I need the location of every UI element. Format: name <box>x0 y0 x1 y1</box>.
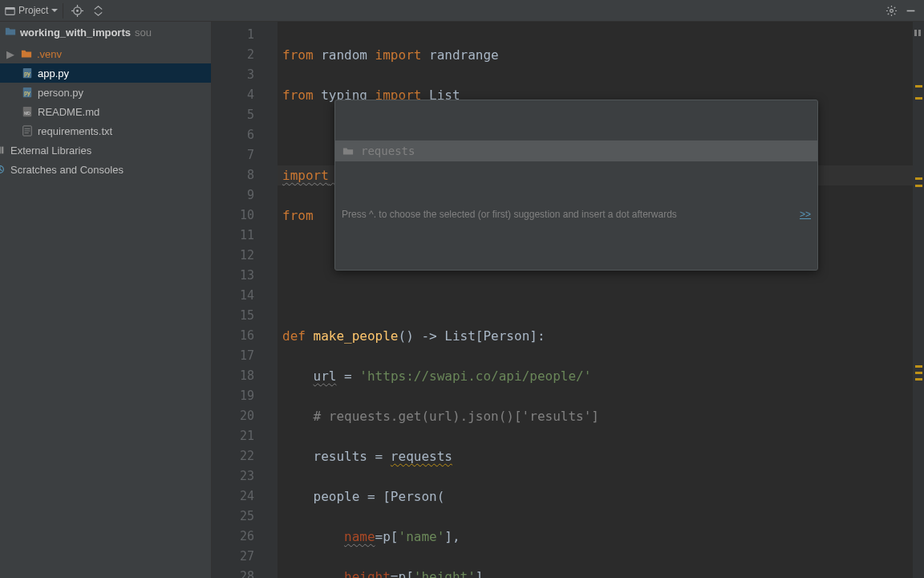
minimize-icon <box>906 6 916 16</box>
warning-marker[interactable] <box>915 378 922 381</box>
project-name: working_with_imports <box>20 26 131 39</box>
python-file-icon: py <box>21 86 34 99</box>
expand-icon <box>92 5 104 17</box>
project-root-row[interactable]: working_with_imports sou <box>0 22 211 43</box>
line-number: 2 <box>212 45 277 65</box>
line-number: 21 <box>212 426 277 446</box>
warning-marker[interactable] <box>915 85 922 88</box>
warning-marker[interactable] <box>915 185 922 187</box>
warning-marker[interactable] <box>915 372 922 374</box>
chevron-down-icon <box>51 9 58 13</box>
project-tool-window-label[interactable]: Project <box>5 5 58 16</box>
line-number: 22 <box>212 446 277 466</box>
tree-node-external-libraries[interactable]: External Libraries <box>0 140 211 160</box>
line-number: 19 <box>212 386 277 406</box>
line-number: 27 <box>212 547 277 567</box>
target-icon <box>71 5 83 17</box>
python-file-icon: py <box>21 67 34 79</box>
line-number: 5 <box>212 105 277 125</box>
line-number: 1 <box>212 25 277 45</box>
tree-node-app[interactable]: py app.py <box>0 63 211 83</box>
line-number: 23 <box>212 466 277 486</box>
tree-node-scratches[interactable]: Scratches and Consoles <box>0 160 211 179</box>
svg-rect-25 <box>918 30 921 36</box>
line-number: 15 <box>212 306 277 326</box>
markdown-file-icon: MD <box>21 105 34 118</box>
line-number: 4 <box>212 85 277 105</box>
line-number: 13 <box>212 266 277 286</box>
svg-rect-21 <box>0 147 1 154</box>
caret-right-icon: ▶ <box>5 48 16 60</box>
code-editor[interactable]: from random import randrange from typing… <box>278 22 913 578</box>
project-path-fragment: sou <box>135 26 152 39</box>
line-number: 6 <box>212 125 277 145</box>
folder-icon <box>5 26 16 39</box>
project-icon <box>5 6 15 16</box>
line-number: 9 <box>212 185 277 206</box>
line-number: 25 <box>212 507 277 527</box>
line-number: 8 <box>212 165 277 185</box>
svg-rect-22 <box>2 147 4 154</box>
text-file-icon <box>21 124 34 137</box>
settings-button[interactable] <box>882 2 900 19</box>
svg-text:py: py <box>24 71 30 77</box>
editor: 1 2 3 4 5 6 7 8 9 10 11 12 13 14 15 16 1 <box>212 22 924 578</box>
svg-rect-1 <box>6 7 14 9</box>
warning-marker[interactable] <box>915 365 922 368</box>
line-number: 26 <box>212 527 277 547</box>
svg-rect-24 <box>914 30 917 36</box>
tree-node-requirements[interactable]: requirements.txt <box>0 121 211 140</box>
tree-node-readme[interactable]: MD README.md <box>0 102 211 121</box>
analysis-paused-icon <box>914 25 923 35</box>
tree-node-person[interactable]: py person.py <box>0 83 211 102</box>
gutter[interactable]: 1 2 3 4 5 6 7 8 9 10 11 12 13 14 15 16 1 <box>212 22 278 578</box>
svg-rect-9 <box>906 10 914 11</box>
libraries-icon <box>0 144 6 157</box>
project-sidebar: working_with_imports sou ▶ .venv py app.… <box>0 22 212 578</box>
completion-more-link[interactable]: >> <box>800 205 811 225</box>
hide-button[interactable] <box>902 2 919 19</box>
line-number: 11 <box>212 226 277 246</box>
svg-text:MD: MD <box>24 112 30 116</box>
gear-icon <box>886 5 898 17</box>
line-number: 7 <box>212 145 277 165</box>
tree-node-venv[interactable]: ▶ .venv <box>0 44 211 63</box>
expand-all-button[interactable] <box>89 2 107 19</box>
line-number: 20 <box>212 406 277 426</box>
scratches-icon <box>0 163 6 176</box>
completion-item[interactable]: requests <box>335 140 817 161</box>
warning-marker[interactable] <box>915 97 922 100</box>
error-stripe[interactable] <box>913 22 924 578</box>
toolbar: Project <box>0 0 924 22</box>
warning-marker[interactable] <box>915 177 922 180</box>
completion-popup: requests Press ^. to choose the selected… <box>334 100 818 271</box>
svg-point-8 <box>890 9 893 12</box>
line-number: 24 <box>212 486 277 507</box>
divider <box>63 3 63 18</box>
line-number: 17 <box>212 346 277 366</box>
file-tree: ▶ .venv py app.py py person.py MD README… <box>0 43 211 181</box>
svg-point-3 <box>76 10 79 12</box>
project-label-text: Project <box>18 5 48 16</box>
locate-button[interactable] <box>68 2 86 19</box>
line-number: 3 <box>212 65 277 85</box>
folder-icon <box>20 47 33 60</box>
line-number: 10 <box>212 206 277 226</box>
line-number: 14 <box>212 286 277 306</box>
svg-text:py: py <box>24 90 30 96</box>
package-icon <box>342 144 355 157</box>
completion-item-text: requests <box>361 141 415 161</box>
line-number: 12 <box>212 246 277 266</box>
line-number: 28 <box>212 567 277 578</box>
completion-hint: Press ^. to choose the selected (or firs… <box>335 201 817 230</box>
line-number: 18 <box>212 366 277 386</box>
line-number: 16 <box>212 326 277 346</box>
